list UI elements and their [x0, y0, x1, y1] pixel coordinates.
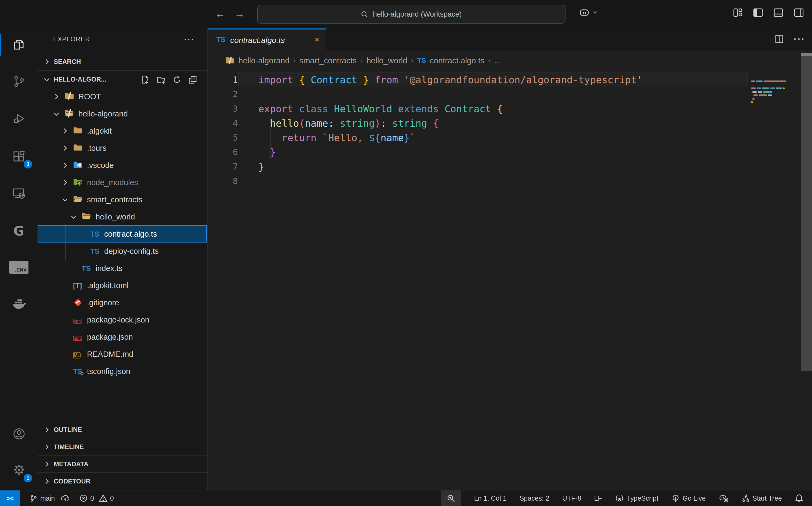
tree-item-contract-algo-ts[interactable]: TScontract.algo.ts	[38, 225, 207, 243]
zoom-status-item[interactable]	[441, 490, 461, 506]
copilot-menu-button[interactable]	[578, 6, 598, 18]
tree-item--tours[interactable]: .tours	[38, 140, 207, 157]
remote-indicator[interactable]: ><	[0, 490, 20, 506]
chevron-down-icon[interactable]	[70, 213, 77, 221]
warnings-icon	[99, 494, 107, 502]
indentation-item[interactable]: Spaces: 2	[520, 495, 549, 502]
docker-view-icon[interactable]	[0, 291, 38, 317]
eol-item[interactable]: LF	[594, 495, 602, 502]
tree-item-hello-world[interactable]: hello_world	[38, 208, 207, 225]
ts-file-icon: TS	[417, 56, 426, 64]
folder-icon	[73, 126, 83, 136]
tree-item-package-lock-json[interactable]: npmpackage-lock.json	[38, 311, 207, 328]
forward-arrow-icon[interactable]: →	[232, 7, 246, 21]
customize-layout-icon[interactable]	[732, 7, 743, 18]
svg-text:JS: JS	[78, 182, 81, 185]
explorer-view-icon[interactable]	[0, 32, 38, 58]
start-tree-item[interactable]: Start Tree	[742, 494, 782, 503]
tree-item-node-modules[interactable]: JSnode_modules	[38, 174, 207, 191]
remote-explorer-view-icon[interactable]	[0, 180, 38, 206]
breadcrumb-item[interactable]: hello-algorand	[238, 56, 289, 65]
editor-scrollbar[interactable]	[801, 53, 812, 371]
chevron-right-icon[interactable]	[61, 179, 69, 186]
chevron-down-icon[interactable]	[53, 110, 60, 117]
workspace-header[interactable]: HELLO-ALGOR...	[38, 71, 207, 88]
accounts-icon[interactable]	[0, 421, 38, 446]
extensions-view-icon[interactable]: 3	[0, 144, 38, 170]
chevron-down-icon[interactable]	[61, 196, 69, 203]
more-actions-icon[interactable]: ···	[184, 35, 195, 44]
problems-status-item[interactable]: 0 0	[79, 494, 114, 502]
tab-bar: TS contract.algo.ts × ···	[208, 28, 812, 50]
notifications-bell-icon[interactable]	[795, 494, 803, 503]
split-editor-icon[interactable]	[774, 34, 784, 44]
workspace-search-box[interactable]: hello-algorand (Workspace)	[257, 5, 566, 24]
section-metadata[interactable]: METADATA	[38, 455, 207, 473]
toggle-panel-icon[interactable]	[773, 7, 784, 18]
tree-item-deploy-config-ts[interactable]: TSdeploy-config.ts	[38, 243, 207, 260]
encoding-item[interactable]: UTF-8	[562, 495, 581, 502]
tab-contract-algo-ts[interactable]: TS contract.algo.ts ×	[208, 28, 326, 50]
go-live-item[interactable]: Go Live	[671, 494, 706, 503]
tree-item-smart-contracts[interactable]: smart_contracts	[38, 191, 207, 208]
chevron-right-icon[interactable]	[53, 93, 60, 100]
section-timeline[interactable]: TIMELINE	[38, 438, 207, 455]
ts-file-icon: TS	[90, 229, 100, 239]
tab-close-icon[interactable]: ×	[314, 35, 319, 45]
section-codetour[interactable]: CODETOUR	[38, 473, 207, 490]
tree-item-hello-algorand[interactable]: hello-algorand	[38, 105, 207, 122]
breadcrumb-item[interactable]: ...	[494, 56, 501, 65]
branch-status-item[interactable]: main	[29, 494, 70, 502]
refresh-icon[interactable]	[172, 75, 181, 84]
breadcrumb-separator: ›	[488, 56, 491, 64]
line-number: 6	[208, 145, 238, 159]
tree-item-readme-md[interactable]: M↓README.md	[38, 346, 207, 363]
settings-gear-icon[interactable]: 1	[0, 456, 38, 482]
back-arrow-icon[interactable]: ←	[213, 7, 227, 21]
ts-file-icon: TS	[90, 246, 100, 256]
line-number: 8	[208, 174, 238, 188]
tree-item-index-ts[interactable]: TSindex.ts	[38, 260, 207, 277]
new-file-icon[interactable]	[141, 75, 150, 84]
section-search[interactable]: SEARCH	[38, 53, 207, 70]
cursor-position-item[interactable]: Ln 1, Col 1	[474, 495, 507, 502]
collapse-all-icon[interactable]	[188, 75, 197, 84]
tree-item-label: index.ts	[95, 260, 123, 277]
breadcrumb-item[interactable]: smart_contracts	[299, 56, 357, 65]
breadcrumb-item[interactable]: hello_world	[367, 56, 408, 65]
code-editor[interactable]: 12345678 import { Contract } from '@algo…	[208, 70, 812, 490]
minimap[interactable]	[750, 70, 799, 231]
sync-cloud-icon	[61, 494, 70, 502]
toggle-secondary-sidebar-icon[interactable]	[793, 7, 805, 18]
new-folder-icon[interactable]	[156, 75, 166, 84]
copilot-status-item[interactable]	[719, 494, 729, 503]
section-outline[interactable]: OUTLINE	[38, 421, 207, 438]
npm-file-icon: npm	[73, 315, 83, 325]
toml-file-icon: [T]	[73, 281, 83, 290]
code-line-3: export class HelloWorld extends Contract…	[258, 101, 503, 116]
language-mode-item[interactable]: TypeScript	[615, 494, 658, 502]
line-number: 3	[208, 101, 238, 116]
tree-item-package-json[interactable]: npmpackage.json	[38, 328, 207, 346]
chevron-right-icon[interactable]	[61, 162, 69, 169]
run-debug-view-icon[interactable]	[0, 106, 38, 132]
tree-item--vscode[interactable]: .vscode	[38, 157, 207, 174]
toggle-primary-sidebar-icon[interactable]	[752, 7, 764, 18]
minimap-line	[751, 81, 786, 82]
breadcrumb-item[interactable]: contract.algo.ts	[430, 56, 485, 65]
dotenv-view-icon[interactable]: .ENV	[0, 254, 38, 280]
chevron-right-icon[interactable]	[61, 144, 69, 152]
tree-item--algokit-toml[interactable]: [T].algokit.toml	[38, 277, 207, 294]
tree-item--algokit[interactable]: .algokit	[38, 122, 207, 140]
editor-more-actions-icon[interactable]: ···	[794, 34, 806, 44]
copilot-disabled-icon	[719, 494, 729, 503]
tree-item-label: contract.algo.ts	[104, 225, 157, 243]
tree-item-tsconfig-json[interactable]: TStsconfig.json	[38, 363, 207, 380]
chevron-right-icon[interactable]	[61, 127, 69, 135]
errors-icon	[79, 494, 87, 502]
gitlens-view-icon[interactable]: G	[0, 218, 38, 244]
line-number: 1	[208, 72, 238, 87]
tree-item-root[interactable]: ROOT	[38, 88, 207, 105]
tree-item--gitignore[interactable]: .gitignore	[38, 294, 207, 311]
source-control-view-icon[interactable]	[0, 69, 38, 94]
